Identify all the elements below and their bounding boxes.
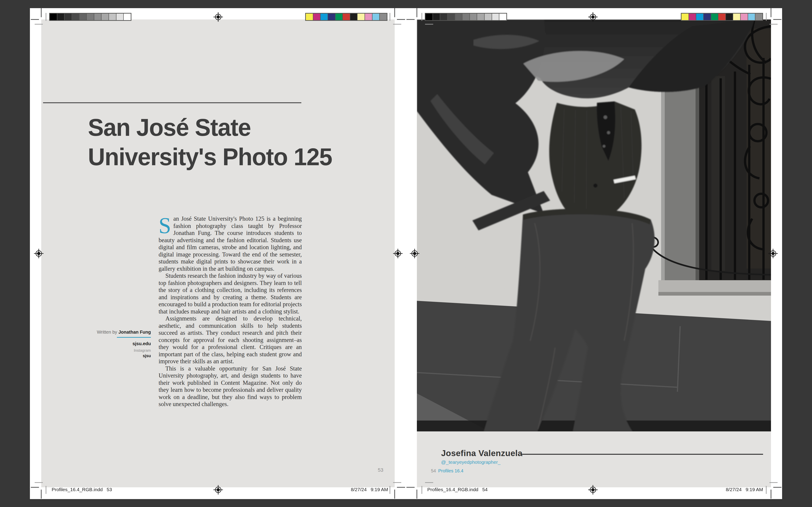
drop-cap: S xyxy=(159,215,173,234)
calibration-swatch xyxy=(358,13,365,20)
calibration-swatch xyxy=(64,13,72,20)
color-calibration-bar xyxy=(305,13,388,21)
calibration-swatch xyxy=(755,13,762,20)
calibration-swatch xyxy=(499,13,506,20)
paragraph-text: an José State University's Photo 125 is … xyxy=(159,215,302,272)
calibration-swatch xyxy=(124,13,131,20)
page-number-53: 53 xyxy=(362,467,383,473)
title-line-1: San José State xyxy=(88,114,251,141)
calibration-swatch xyxy=(711,13,719,20)
calibration-swatch xyxy=(455,13,463,20)
slug-filename-53: Profiles_16.4_RGB.indd 53 xyxy=(52,487,112,492)
byline-label: Written by xyxy=(97,330,118,335)
calibration-swatch xyxy=(440,13,448,20)
calibration-swatch xyxy=(485,13,492,20)
calibration-swatch xyxy=(681,13,689,20)
byline-author: Jonathan Fung xyxy=(118,330,151,335)
calibration-swatch xyxy=(57,13,65,20)
calibration-swatch xyxy=(492,13,500,20)
grayscale-calibration-bar xyxy=(425,13,507,21)
paragraph: Students research the fashion industry b… xyxy=(159,272,302,315)
calibration-swatch xyxy=(448,13,455,20)
calibration-swatch xyxy=(343,13,350,20)
byline-rule xyxy=(117,337,151,338)
calibration-swatch xyxy=(718,13,726,20)
calibration-swatch xyxy=(94,13,102,20)
page-number-54: 54 xyxy=(431,468,436,473)
website-link: sjsu.edu xyxy=(91,341,151,346)
calibration-swatch xyxy=(72,13,80,20)
calibration-swatch xyxy=(425,13,433,20)
calibration-swatch xyxy=(320,13,328,20)
calibration-swatch xyxy=(696,13,704,20)
instagram-label: Instagram xyxy=(91,348,151,353)
calibration-swatch xyxy=(733,13,741,20)
byline-block: Written by Jonathan Fung sjsu.edu Instag… xyxy=(91,330,151,358)
calibration-swatch xyxy=(350,13,358,20)
calibration-swatch xyxy=(380,13,387,20)
fashion-photo xyxy=(417,19,771,432)
calibration-swatch xyxy=(433,13,441,20)
photo-window-sill xyxy=(658,280,771,292)
paragraph: This is a valuable opportunity for San J… xyxy=(159,365,302,408)
grayscale-calibration-bar xyxy=(49,13,132,21)
calibration-swatch xyxy=(109,13,116,20)
section-label: Profiles 16.4 xyxy=(438,468,463,473)
slug-timestamp-54: 8/27/24 9:19 AM xyxy=(695,487,763,492)
folio-line: 54Profiles 16.4 xyxy=(431,468,463,473)
instagram-handle: sjsu xyxy=(91,353,151,358)
paragraph: San José State University's Photo 125 is… xyxy=(159,215,302,272)
calibration-swatch xyxy=(101,13,109,20)
photo-window-frame xyxy=(661,85,699,284)
calibration-swatch xyxy=(372,13,380,20)
calibration-swatch xyxy=(477,13,485,20)
slug-timestamp-53: 8/27/24 9:19 AM xyxy=(320,487,388,492)
calibration-swatch xyxy=(726,13,733,20)
photo-subject-name: Josefina Valenzuela xyxy=(441,449,522,458)
calibration-swatch xyxy=(313,13,321,20)
article-title: San José State University's Photo 125 xyxy=(88,113,376,172)
byline: Written by Jonathan Fung xyxy=(91,330,151,335)
article-body: San José State University's Photo 125 is… xyxy=(159,215,302,408)
photo-subject-handle: @_tearyeyedphotographer_ xyxy=(441,459,501,465)
calibration-swatch xyxy=(462,13,470,20)
calibration-swatch xyxy=(50,13,57,20)
title-rule xyxy=(43,102,301,103)
calibration-swatch xyxy=(470,13,477,20)
calibration-swatch xyxy=(741,13,748,20)
calibration-swatch xyxy=(116,13,124,20)
title-line-2: University's Photo 125 xyxy=(88,143,332,170)
color-calibration-bar xyxy=(681,13,763,21)
calibration-swatch xyxy=(748,13,756,20)
caption-rule xyxy=(521,454,763,455)
calibration-swatch xyxy=(328,13,336,20)
paragraph: Assignments are designed to develop tech… xyxy=(159,315,302,365)
calibration-swatch xyxy=(704,13,711,20)
calibration-swatch xyxy=(336,13,343,20)
calibration-swatch xyxy=(80,13,87,20)
print-proof-spread: San José State University's Photo 125 Sa… xyxy=(0,0,812,507)
slug-filename-54: Profiles_16.4_RGB.indd 54 xyxy=(427,487,488,492)
calibration-swatch xyxy=(689,13,697,20)
calibration-swatch xyxy=(87,13,94,20)
calibration-swatch xyxy=(365,13,372,20)
calibration-swatch xyxy=(306,13,313,20)
